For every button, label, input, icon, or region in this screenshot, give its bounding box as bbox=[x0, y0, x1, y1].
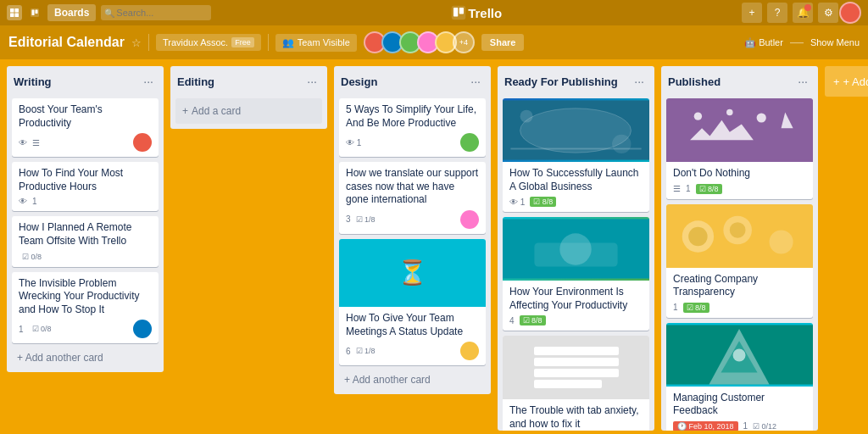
card-r2[interactable]: How Your Environment Is Affecting Your P… bbox=[503, 217, 649, 331]
card-d1-title: 5 Ways To Simplify Your Life, And Be Mor… bbox=[346, 103, 479, 130]
checklist-badge2: ☑ 0/8 bbox=[29, 324, 55, 334]
card-d1-meta: 👁 1 bbox=[346, 133, 479, 152]
list-editing-title: Editing bbox=[177, 75, 214, 88]
svg-rect-17 bbox=[534, 243, 617, 267]
info-button[interactable]: ? bbox=[767, 3, 787, 23]
card-r2-meta: 4 ☑ 8/8 bbox=[509, 315, 643, 326]
star-icon[interactable]: ☆ bbox=[131, 36, 142, 49]
trello-icon-small[interactable] bbox=[27, 5, 42, 20]
card-w2[interactable]: How To Find Your Most Productive Hours 👁… bbox=[12, 162, 159, 211]
list-editing-menu[interactable]: ··· bbox=[303, 73, 320, 90]
list-writing: Writing ··· Boost Your Team's Productivi… bbox=[7, 66, 164, 372]
notification-dot bbox=[804, 4, 811, 11]
votes: 1 bbox=[19, 325, 24, 334]
card-avatar-w4 bbox=[133, 320, 152, 338]
list-editing-header: Editing ··· bbox=[175, 71, 322, 93]
board-title: Editorial Calendar bbox=[8, 35, 125, 50]
card-r1[interactable]: How To Successfully Launch A Global Busi… bbox=[503, 98, 649, 212]
card-avatar-d2 bbox=[460, 210, 479, 229]
card-d3-cover: ⏳ bbox=[339, 239, 486, 307]
boards-button[interactable]: Boards bbox=[47, 4, 96, 21]
svg-rect-5 bbox=[32, 10, 35, 16]
card-r3-title: The Trouble with tab anxiety, and how to… bbox=[509, 404, 643, 431]
add-card-editing[interactable]: + Add a card bbox=[175, 98, 322, 124]
card-d3[interactable]: ⏳ How To Give Your Team Meetings A Statu… bbox=[339, 239, 486, 365]
list-ready-header: Ready For Publishing ··· bbox=[503, 71, 649, 93]
card-d2-title: How we translate our support cases now t… bbox=[346, 167, 479, 207]
svg-point-25 bbox=[726, 109, 732, 115]
svg-point-12 bbox=[520, 110, 533, 123]
header-divider2 bbox=[268, 34, 269, 51]
visibility-button[interactable]: 👥 Team Visible bbox=[275, 34, 357, 52]
svg-point-26 bbox=[757, 113, 766, 122]
trello-wordmark: Trello bbox=[468, 6, 502, 20]
board-content: Writing ··· Boost Your Team's Productivi… bbox=[0, 59, 868, 434]
card-d3-meta: 6 ☑ 1/8 bbox=[346, 342, 479, 360]
card-r1-meta: 👁 1 ☑ 8/8 bbox=[509, 197, 643, 207]
card-r2-cover bbox=[503, 217, 649, 281]
header-divider bbox=[148, 34, 149, 51]
card-d3-title: How To Give Your Team Meetings A Status … bbox=[346, 312, 479, 338]
team-icon: 👥 bbox=[282, 37, 294, 48]
show-menu-button[interactable]: Show Menu bbox=[810, 37, 860, 47]
card-w2-title: How To Find Your Most Productive Hours bbox=[19, 167, 152, 193]
org-button[interactable]: Travidux Assoc. Free bbox=[156, 34, 261, 51]
user-avatar[interactable] bbox=[839, 2, 861, 24]
card-p3-meta: 🕐 Feb 10, 2018 1 ☑ 0/12 bbox=[673, 421, 806, 431]
home-icon[interactable] bbox=[7, 5, 22, 20]
list-ready-menu[interactable]: ··· bbox=[631, 73, 648, 90]
notifications-button[interactable]: 🔔 bbox=[793, 3, 813, 23]
butler-label: Butler bbox=[759, 37, 783, 47]
list-design-menu[interactable]: ··· bbox=[467, 73, 484, 90]
plus-icon: + bbox=[182, 105, 188, 117]
member-count[interactable]: +4 bbox=[453, 31, 475, 53]
add-list-label: + Add another list bbox=[843, 75, 868, 88]
votes-p1: 1 bbox=[686, 184, 691, 193]
svg-point-37 bbox=[733, 348, 746, 361]
svg-rect-2 bbox=[10, 14, 14, 18]
card-p2-meta: 1 ☑ 8/8 bbox=[673, 303, 806, 313]
separator: — bbox=[790, 35, 804, 50]
votes-d3: 6 bbox=[346, 347, 351, 356]
svg-rect-14 bbox=[510, 148, 641, 150]
list-published-menu[interactable]: ··· bbox=[794, 73, 811, 90]
card-r3[interactable]: The Trouble with tab anxiety, and how to… bbox=[503, 336, 649, 431]
list-editing: Editing ··· + Add a card bbox=[170, 66, 327, 129]
share-button[interactable]: Share bbox=[481, 34, 525, 51]
svg-point-30 bbox=[688, 226, 707, 245]
card-d2[interactable]: How we translate our support cases now t… bbox=[339, 162, 486, 234]
topbar-left: Boards 🔍 bbox=[7, 4, 211, 21]
card-w4-meta: 1 ☑ 0/8 bbox=[19, 320, 152, 338]
add-list-button[interactable]: + + Add another list bbox=[825, 66, 868, 97]
svg-rect-9 bbox=[459, 8, 464, 14]
free-badge: Free bbox=[231, 37, 254, 47]
add-board-button[interactable]: + bbox=[742, 3, 762, 23]
settings-button[interactable]: ⚙ bbox=[818, 3, 838, 23]
card-r1-title: How To Successfully Launch A Global Busi… bbox=[509, 167, 643, 193]
card-w1[interactable]: Boost Your Team's Productivity 👁 ☰ bbox=[12, 98, 159, 157]
card-avatar-d1 bbox=[460, 133, 479, 152]
card-w3[interactable]: How I Planned A Remote Team Offsite With… bbox=[12, 216, 159, 266]
add-another-card-writing[interactable]: + Add another card bbox=[12, 348, 159, 367]
card-p1-meta: ☰ 1 ☑ 8/8 bbox=[673, 184, 806, 194]
svg-rect-21 bbox=[534, 380, 602, 388]
list-writing-menu[interactable]: ··· bbox=[140, 73, 157, 90]
card-p1[interactable]: Don't Do Nothing ☰ 1 ☑ 8/8 bbox=[666, 98, 813, 199]
card-d1[interactable]: 5 Ways To Simplify Your Life, And Be Mor… bbox=[339, 98, 486, 157]
watch-icon: 👁 bbox=[19, 138, 27, 147]
butler-button[interactable]: 🤖 Butler bbox=[744, 37, 783, 48]
checklist-d3: ☑ 1/8 bbox=[356, 347, 376, 355]
votes-icon: 1 bbox=[32, 197, 37, 206]
votes-d2: 3 bbox=[346, 214, 351, 224]
card-p3[interactable]: Managing Customer Feedback 🕐 Feb 10, 201… bbox=[666, 323, 813, 431]
checklist-d2: ☑ 1/8 bbox=[356, 215, 376, 224]
svg-point-33 bbox=[770, 230, 793, 253]
svg-rect-20 bbox=[534, 369, 619, 377]
add-another-card-design[interactable]: + Add another card bbox=[339, 370, 486, 389]
topbar: Boards 🔍 Trello + ? 🔔 ⚙ bbox=[0, 0, 868, 25]
search-input[interactable] bbox=[101, 5, 211, 20]
card-w4[interactable]: The Invisible Problem Wrecking Your Prod… bbox=[12, 272, 159, 344]
votes-p2: 1 bbox=[673, 303, 678, 312]
card-p2[interactable]: Creating Company Transparency 1 ☑ 8/8 bbox=[666, 204, 813, 318]
card-w3-title: How I Planned A Remote Team Offsite With… bbox=[19, 221, 152, 248]
